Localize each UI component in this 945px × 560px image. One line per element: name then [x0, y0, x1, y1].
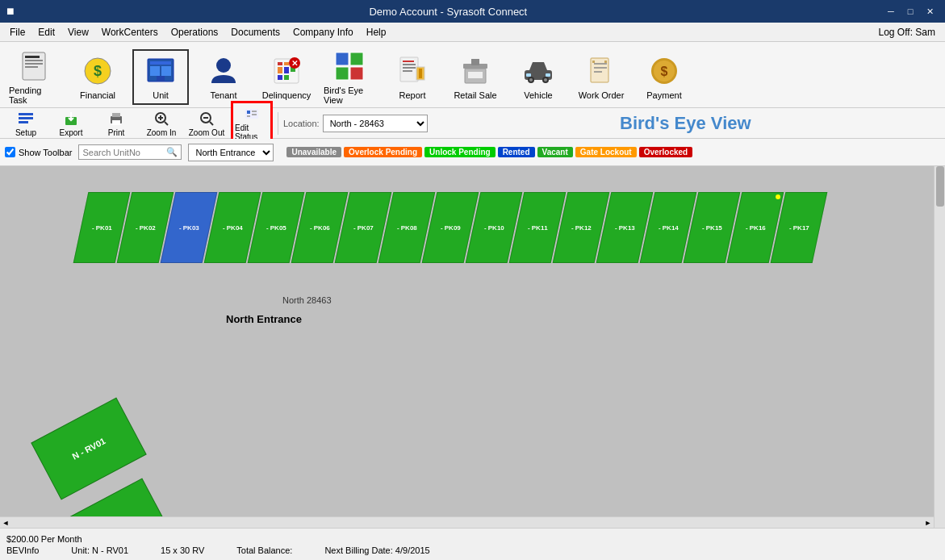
titlebar-left: ■	[6, 4, 15, 19]
app-logo: ■	[6, 4, 15, 19]
svg-rect-72	[252, 114, 257, 115]
location-select[interactable]: North - 28463	[323, 115, 428, 132]
titlebar-controls[interactable]: ─ □ ✕	[882, 4, 939, 19]
svg-rect-70	[247, 115, 250, 117]
retail-sale-label: Retail Sale	[454, 90, 496, 100]
svg-line-67	[210, 122, 213, 125]
size-info: 15 x 30 RV	[161, 545, 204, 555]
print-button[interactable]: Print	[95, 107, 137, 140]
payment-label: Payment	[646, 90, 681, 100]
menu-operations[interactable]: Operations	[165, 25, 225, 40]
horizontal-scrollbar[interactable]: ◄ ►	[0, 516, 934, 528]
svg-rect-23	[336, 52, 349, 65]
filterrow: Show Toolbar 🔍 North Entrance South Entr…	[0, 139, 945, 166]
maximize-button[interactable]: □	[901, 4, 919, 19]
export-label: Export	[60, 128, 83, 137]
legend-overlocked: Overlocked	[639, 147, 692, 157]
zoom-out-button[interactable]: Zoom Out	[186, 107, 228, 140]
legend-unlock-pending: Unlock Pending	[424, 147, 495, 157]
menu-help[interactable]: Help	[360, 25, 393, 40]
menu-documents[interactable]: Documents	[224, 25, 286, 40]
location-label: Location:	[283, 119, 320, 128]
export-button[interactable]: Export	[50, 107, 92, 140]
search-input[interactable]	[82, 148, 163, 157]
svg-rect-17	[278, 67, 282, 73]
statusbar-bottom: BEVInfo Unit: N - RV01 15 x 30 RV Total …	[6, 544, 939, 555]
price-label: $200.00 Per Month	[6, 534, 939, 544]
svg-rect-37	[471, 59, 479, 65]
tenant-icon	[207, 54, 240, 88]
svg-rect-15	[284, 62, 289, 65]
menu-edit[interactable]: Edit	[31, 25, 61, 40]
svg-rect-19	[278, 75, 282, 80]
svg-rect-26	[350, 67, 363, 80]
close-button[interactable]: ✕	[921, 4, 939, 19]
pending-task-button[interactable]: Pending Task	[6, 45, 63, 109]
svg-text:✕: ✕	[291, 59, 298, 68]
payment-icon: $	[647, 54, 681, 88]
menu-file[interactable]: File	[3, 25, 31, 40]
payment-button[interactable]: $ Payment	[636, 50, 692, 104]
svg-rect-50	[604, 61, 607, 63]
svg-rect-36	[468, 72, 483, 78]
svg-rect-25	[336, 67, 349, 80]
delinquency-button[interactable]: ✕ Delinquency	[258, 50, 315, 104]
vehicle-label: Vehicle	[524, 90, 552, 100]
svg-text:$: $	[94, 63, 102, 79]
show-toolbar-checkbox[interactable]	[5, 147, 15, 157]
svg-rect-14	[278, 62, 282, 65]
svg-rect-1	[25, 56, 40, 58]
retail-sale-button[interactable]: Retail Sale	[447, 50, 504, 104]
setup-button[interactable]: Setup	[5, 107, 47, 140]
vehicle-button[interactable]: Vehicle	[510, 50, 567, 104]
delinquency-label: Delinquency	[262, 90, 312, 100]
show-toolbar-label[interactable]: Show Toolbar	[5, 147, 72, 157]
titlebar-title: Demo Account - Syrasoft Connect	[15, 6, 882, 18]
birds-eye-view-button[interactable]: Bird's Eye View	[321, 45, 378, 109]
zoom-out-label: Zoom Out	[189, 128, 224, 137]
svg-point-12	[216, 58, 231, 73]
work-order-button[interactable]: Work Order	[573, 50, 629, 104]
legend-unavailable: Unavailable	[286, 147, 341, 157]
financial-icon: $	[81, 54, 115, 88]
svg-rect-33	[419, 69, 422, 78]
svg-rect-60	[112, 120, 120, 125]
scroll-left-button[interactable]: ◄	[0, 517, 11, 529]
retail-sale-icon	[458, 54, 492, 88]
report-label: Report	[399, 90, 425, 100]
unit-info: Unit: N - RV01	[71, 545, 128, 555]
zoom-out-icon	[198, 110, 215, 127]
scrollbar-thumb[interactable]	[936, 166, 944, 207]
svg-rect-54	[19, 113, 33, 115]
legend-gate-lockout: Gate Lockout	[575, 147, 637, 157]
vertical-scrollbar[interactable]	[934, 166, 945, 528]
svg-rect-30	[403, 67, 416, 69]
menu-companyinfo[interactable]: Company Info	[286, 25, 360, 40]
print-icon	[107, 110, 125, 127]
logoff-label: Log Off: Sam	[872, 25, 942, 40]
scroll-right-button[interactable]: ►	[922, 517, 934, 529]
financial-button[interactable]: $ Financial	[69, 50, 126, 104]
menu-view[interactable]: View	[61, 25, 95, 40]
svg-rect-69	[247, 111, 250, 114]
minimize-button[interactable]: ─	[882, 4, 900, 19]
entrance-select[interactable]: North Entrance South Entrance	[188, 144, 274, 161]
svg-rect-10	[161, 66, 171, 76]
bev-title: Bird's Eye View	[431, 113, 940, 134]
tenant-label: Tenant	[210, 90, 236, 100]
svg-rect-18	[284, 67, 289, 73]
setup-icon	[17, 110, 35, 127]
zoom-in-label: Zoom In	[147, 128, 177, 137]
tenant-button[interactable]: Tenant	[195, 50, 252, 104]
svg-line-64	[165, 122, 168, 125]
svg-point-44	[544, 78, 547, 81]
unit-button[interactable]: Unit	[132, 49, 189, 105]
zoom-in-button[interactable]: Zoom In	[140, 107, 182, 140]
legend-rented: Rented	[498, 147, 535, 157]
legend: Unavailable Overlock Pending Unlock Pend…	[286, 147, 692, 157]
menu-workcenters[interactable]: WorkCenters	[95, 25, 165, 40]
birds-eye-label: Bird's Eye View	[324, 86, 375, 105]
total-balance-label: Total Balance:	[236, 545, 292, 555]
report-button[interactable]: Report	[384, 50, 441, 104]
delinquency-icon: ✕	[270, 54, 303, 88]
